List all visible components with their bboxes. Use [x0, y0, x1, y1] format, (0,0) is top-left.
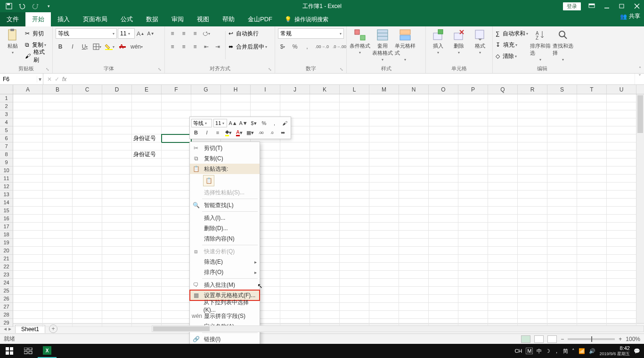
cell[interactable] [458, 199, 488, 207]
cell[interactable] [162, 271, 191, 279]
cell[interactable] [340, 247, 369, 255]
accounting-format-button[interactable]: $▾ [278, 42, 287, 51]
decrease-indent-button[interactable]: ⇤ [202, 42, 211, 51]
cell[interactable] [458, 158, 488, 167]
cell[interactable] [73, 223, 102, 231]
cell[interactable] [607, 215, 636, 223]
cell[interactable] [458, 271, 488, 279]
cell[interactable] [43, 223, 73, 231]
cell[interactable] [280, 158, 310, 167]
cell[interactable] [310, 215, 340, 223]
cell[interactable] [43, 247, 73, 255]
cell[interactable] [43, 102, 73, 110]
cell[interactable] [547, 134, 577, 142]
cell[interactable] [399, 303, 429, 311]
column-header[interactable]: I [251, 85, 280, 94]
cell[interactable] [547, 175, 577, 183]
cell[interactable] [340, 150, 369, 158]
cell[interactable] [607, 303, 636, 311]
cell[interactable] [73, 102, 102, 110]
cell[interactable] [518, 199, 547, 207]
cell[interactable] [458, 311, 488, 319]
cell[interactable] [13, 263, 43, 271]
column-header[interactable]: D [102, 85, 132, 94]
cell[interactable] [43, 134, 73, 142]
cell[interactable] [458, 175, 488, 183]
cell[interactable] [547, 255, 577, 263]
redo-button[interactable] [29, 0, 41, 12]
cell[interactable] [251, 94, 280, 102]
cell[interactable] [488, 207, 518, 215]
cell[interactable] [132, 255, 162, 263]
cell[interactable] [132, 175, 162, 183]
cell[interactable] [488, 118, 518, 126]
cell[interactable] [162, 175, 191, 183]
view-normal-button[interactable] [521, 335, 530, 343]
cell[interactable] [547, 271, 577, 279]
cell[interactable] [429, 175, 458, 183]
number-dialog-launcher[interactable]: ⤡ [340, 67, 343, 72]
cell[interactable] [458, 94, 488, 102]
autosum-button[interactable]: ∑自动求和▾ [496, 28, 528, 39]
cell[interactable] [369, 94, 399, 102]
cell[interactable] [429, 247, 458, 255]
cell[interactable] [13, 102, 43, 110]
cell[interactable] [73, 215, 102, 223]
cell[interactable] [458, 126, 488, 134]
cell[interactable] [162, 102, 191, 110]
fill-button[interactable]: ↧填充▾ [496, 40, 528, 50]
align-middle-button[interactable]: ≡ [179, 29, 188, 38]
tab-help[interactable]: 帮助 [216, 12, 241, 26]
expand-formula-bar[interactable]: ˅ [635, 74, 644, 84]
row-header[interactable]: 7 [0, 142, 13, 150]
italic-button[interactable]: I [68, 42, 77, 51]
cell[interactable] [369, 271, 399, 279]
cell[interactable] [399, 231, 429, 239]
cell[interactable] [73, 94, 102, 102]
cell[interactable] [399, 295, 429, 303]
cell[interactable] [429, 118, 458, 126]
column-header[interactable]: L [340, 85, 369, 94]
cell[interactable] [73, 183, 102, 191]
cell[interactable] [518, 175, 547, 183]
cell[interactable] [607, 150, 636, 158]
row-header[interactable]: 29 [0, 319, 13, 327]
cell[interactable] [547, 303, 577, 311]
cell[interactable] [577, 271, 607, 279]
column-header[interactable]: B [43, 85, 73, 94]
cell[interactable] [43, 271, 73, 279]
cell[interactable] [518, 102, 547, 110]
cell[interactable] [607, 247, 636, 255]
cell[interactable] [547, 110, 577, 118]
cell[interactable] [518, 295, 547, 303]
cell[interactable] [399, 279, 429, 287]
zoom-out-button[interactable]: − [561, 336, 564, 342]
cell[interactable] [132, 142, 162, 150]
cell[interactable] [340, 239, 369, 247]
cell[interactable] [429, 303, 458, 311]
cell[interactable] [340, 311, 369, 319]
cell[interactable] [577, 223, 607, 231]
column-header[interactable]: F [162, 85, 191, 94]
cell[interactable] [280, 279, 310, 287]
cell[interactable] [369, 175, 399, 183]
cell[interactable] [43, 183, 73, 191]
fx-button[interactable]: fx [62, 76, 66, 83]
cell[interactable] [13, 175, 43, 183]
cell[interactable] [488, 94, 518, 102]
cell[interactable] [102, 287, 132, 295]
cell[interactable] [547, 223, 577, 231]
cell[interactable] [518, 215, 547, 223]
cell[interactable] [13, 247, 43, 255]
cell[interactable] [488, 158, 518, 167]
cell[interactable] [577, 311, 607, 319]
cell[interactable] [340, 295, 369, 303]
cell[interactable] [518, 167, 547, 175]
cell[interactable] [577, 126, 607, 134]
cell[interactable] [280, 215, 310, 223]
cell[interactable] [280, 263, 310, 271]
align-bottom-button[interactable]: ≡ [190, 29, 200, 38]
cell[interactable] [458, 239, 488, 247]
cell[interactable] [547, 215, 577, 223]
cell[interactable] [518, 223, 547, 231]
